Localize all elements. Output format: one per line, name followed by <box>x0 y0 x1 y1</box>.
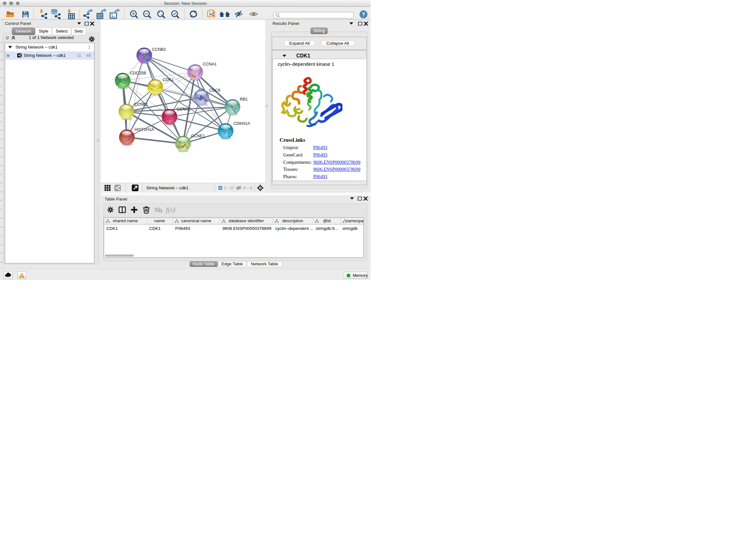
svg-text:1 – 0: 1 – 0 <box>224 186 233 190</box>
svg-text:CCNA1: CCNA1 <box>203 62 216 66</box>
svg-text:RB1: RB1 <box>240 97 248 102</box>
svg-text:CCNE1: CCNE1 <box>191 133 205 138</box>
svg-text:CCNB1: CCNB1 <box>134 102 148 107</box>
svg-text:CDC25B: CDC25B <box>130 71 146 75</box>
svg-text:f(x): f(x) <box>166 206 175 213</box>
svg-text:CCNA2: CCNA2 <box>177 107 190 111</box>
svg-text:CDK1: CDK1 <box>162 77 173 82</box>
svg-text:CDKN1A: CDKN1A <box>233 121 250 126</box>
svg-text:CCNB2: CCNB2 <box>152 47 165 52</box>
svg-text:CDC6: CDC6 <box>209 88 220 92</box>
svg-text:0 – 0: 0 – 0 <box>244 186 253 190</box>
svg-text:HIST1H1A: HIST1H1A <box>134 127 154 132</box>
svg-text:?: ? <box>362 11 365 17</box>
